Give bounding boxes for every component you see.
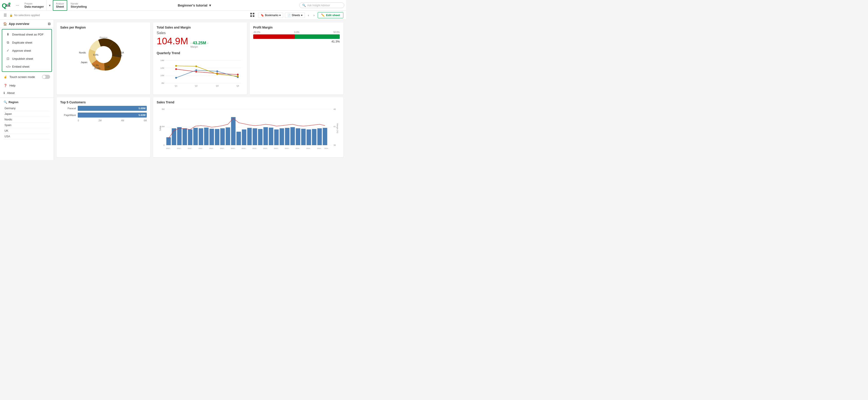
expand-icon: ⊡ (48, 22, 51, 26)
sheets-button[interactable]: 📄 Sheets ▾ (285, 12, 305, 18)
edit-sheet-button[interactable]: ✏️ Edit sheet (318, 12, 343, 18)
region-nordic[interactable]: Nordic (4, 117, 50, 122)
svg-text:2013...: 2013... (231, 148, 236, 149)
svg-rect-56 (188, 129, 192, 145)
prepare-label: Prepare (25, 2, 33, 5)
region-japan[interactable]: Japan (4, 111, 50, 117)
approve-sheet-item[interactable]: ✓ Approve sheet (2, 47, 52, 55)
svg-text:12M: 12M (160, 67, 164, 69)
region-usa[interactable]: USA (4, 134, 50, 139)
content-area: Sales per Region Region (54, 20, 346, 160)
app-title-arrow[interactable]: ▾ (209, 3, 211, 7)
bookmarks-button[interactable]: 🔖 Bookmarks ▾ (258, 12, 283, 18)
region-uk[interactable]: UK (4, 128, 50, 134)
svg-rect-58 (199, 128, 203, 145)
app-overview-link[interactable]: 🏠 App overview ⊡ (0, 20, 54, 28)
more-options-button[interactable]: ··· (14, 2, 21, 8)
svg-text:36: 36 (334, 144, 336, 146)
svg-point-35 (216, 70, 218, 72)
svg-point-34 (195, 69, 197, 71)
duplicate-sheet-item[interactable]: ⧉ Duplicate sheet (2, 38, 52, 47)
help-item[interactable]: ❓ Help (0, 82, 54, 89)
quarterly-trend-title: Quarterly Trend (157, 51, 243, 55)
prepare-title: Data manager (25, 5, 44, 8)
sidebar: 🏠 App overview ⊡ ⬇ Download sheet as PDF… (0, 20, 54, 160)
qlik-logo: Q lik (2, 2, 11, 9)
svg-rect-74 (285, 128, 290, 145)
svg-rect-3 (250, 13, 252, 14)
top5-customers-title: Top 5 Customers (60, 100, 147, 104)
svg-rect-55 (183, 128, 187, 145)
svg-text:5M: 5M (162, 108, 165, 110)
embed-sheet-item[interactable]: </> Embed sheet (2, 63, 52, 70)
quarterly-trend-svg: 14M 12M 10M 8M Q1 Q2 Q3 Q4 (157, 57, 243, 88)
analyze-nav-section[interactable]: Analyze Sheet (53, 0, 67, 11)
svg-rect-59 (204, 128, 209, 145)
paracel-label: Paracel (60, 107, 76, 110)
touch-screen-mode-item[interactable]: ☝ Touch screen mode (0, 73, 54, 81)
embed-sheet-label: Embed sheet (12, 65, 29, 68)
svg-text:UK: UK (106, 65, 110, 68)
hamburger-button[interactable]: ☰ (3, 12, 8, 18)
edit-icon: ✏️ (321, 13, 325, 17)
unpublish-sheet-item[interactable]: ⊡ Unpublish sheet (2, 55, 52, 63)
toggle-knob (42, 75, 45, 79)
top-navigation: Q lik ··· Prepare Data manager ▾ Analyze… (0, 0, 346, 11)
svg-text:2014...: 2014... (296, 148, 301, 149)
prev-sheet-button[interactable]: ‹ (307, 13, 311, 18)
insight-advisor-search[interactable]: 🔍 Ask Insight Advisor (299, 2, 344, 8)
svg-text:Margin (%): Margin (%) (337, 123, 339, 133)
svg-text:2014...: 2014... (317, 148, 322, 149)
help-icon: ❓ (4, 84, 7, 87)
svg-text:2012...: 2012... (209, 148, 214, 149)
pie-chart-container: Region USA 45.5% (60, 31, 147, 76)
svg-text:Q3: Q3 (216, 85, 219, 87)
no-selections-text: No selections applied (14, 14, 40, 17)
next-sheet-button[interactable]: › (312, 13, 316, 18)
svg-text:26.9%: 26.9% (94, 67, 100, 70)
svg-rect-5 (250, 15, 252, 17)
download-pdf-label: Download sheet as PDF (12, 33, 43, 36)
pagewave-bar: 5.63M (78, 113, 147, 118)
profit-bar-labels: -50.0% 0.0% 50.0% (253, 31, 340, 33)
svg-text:Q2: Q2 (195, 85, 198, 87)
svg-rect-57 (193, 128, 198, 145)
bookmark-icon: 🔖 (261, 14, 264, 17)
pagewave-bar-row: PageWave 5.63M (60, 113, 147, 118)
svg-text:2014...: 2014... (324, 148, 329, 149)
touch-mode-toggle[interactable] (42, 75, 50, 79)
svg-text:0: 0 (163, 144, 165, 146)
svg-rect-76 (296, 128, 301, 145)
svg-rect-65 (237, 132, 241, 145)
svg-text:45.5%: 45.5% (116, 54, 122, 57)
svg-text:2014...: 2014... (307, 148, 311, 149)
sidebar-bottom: ❓ Help ℹ About (0, 81, 54, 97)
about-icon: ℹ (4, 91, 5, 95)
region-spain[interactable]: Spain (4, 122, 50, 128)
help-label: Help (9, 84, 16, 87)
pagewave-label: PageWave (60, 114, 76, 116)
about-item[interactable]: ℹ About (0, 89, 54, 97)
svg-rect-6 (253, 15, 254, 17)
paracel-bar: 5.69M (78, 106, 147, 111)
svg-text:10M: 10M (160, 74, 164, 76)
svg-text:2012...: 2012... (166, 148, 171, 149)
region-germany[interactable]: Germany (4, 105, 50, 111)
grid-view-button[interactable] (248, 12, 256, 19)
main-layout: 🏠 App overview ⊡ ⬇ Download sheet as PDF… (0, 20, 346, 160)
profit-pct-value: 41.3% (253, 40, 340, 43)
profit-margin-title: Profit Margin (253, 26, 340, 29)
svg-rect-70 (264, 127, 268, 145)
download-pdf-item[interactable]: ⬇ Download sheet as PDF (2, 30, 52, 38)
svg-text:14M: 14M (160, 59, 164, 62)
prepare-dropdown-arrow[interactable]: ▾ (48, 4, 52, 7)
svg-text:Q1: Q1 (175, 85, 178, 87)
svg-text:2013...: 2013... (274, 148, 279, 149)
touch-icon: ☝ (4, 75, 7, 79)
svg-text:2013...: 2013... (264, 148, 268, 149)
profit-margin-card: Profit Margin -50.0% 0.0% 50.0% 41.3% (250, 23, 343, 95)
customers-bar-chart: Paracel 5.69M PageWave 5.63M 02M4M6M (60, 106, 147, 122)
nav-right-controls: 🔖 Bookmarks ▾ 📄 Sheets ▾ ‹ › ✏️ Edit she… (248, 12, 343, 19)
svg-text:2012...: 2012... (198, 148, 203, 149)
svg-rect-78 (307, 129, 311, 145)
